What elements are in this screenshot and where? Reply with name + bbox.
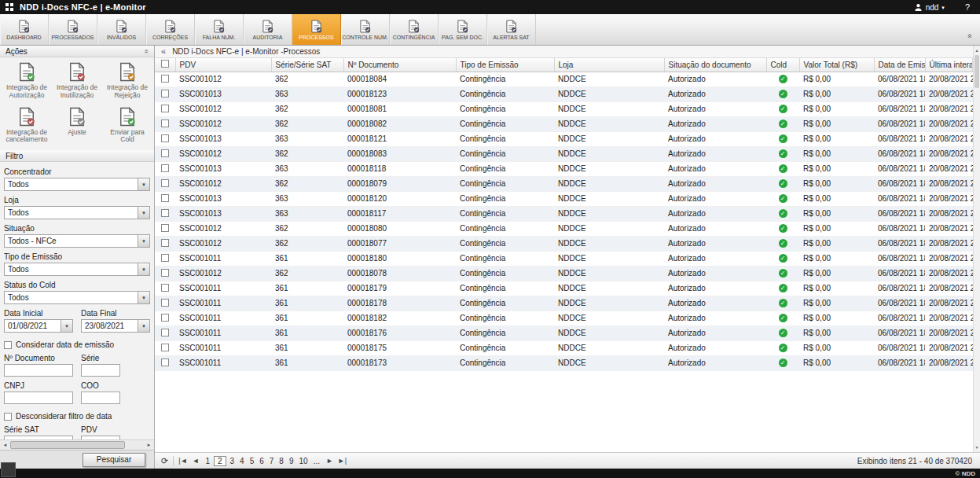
collapse-sidebar-icon[interactable]: « [161,47,166,56]
tab-auditoria[interactable]: AUDITORIA [244,14,292,45]
table-row[interactable]: SSC001013363000018121ContingênciaNDDCEAu… [155,131,973,146]
sidebar-horizontal-scrollbar[interactable]: ◄ ► [0,439,154,450]
table-row[interactable]: SSC001012362000018082ContingênciaNDDCEAu… [155,116,973,131]
num-documento-input[interactable] [4,364,73,377]
column-header-loja[interactable]: Loja [554,58,664,72]
scroll-down-icon[interactable]: ▼ [974,443,980,451]
row-checkbox[interactable] [161,90,169,97]
scroll-right-icon[interactable]: ► [144,440,154,450]
scroll-left-icon[interactable]: ◄ [0,440,10,450]
tab-dashboard[interactable]: DASHBOARD [0,14,49,45]
prev-page-icon[interactable]: ◄ [192,458,199,465]
page-7[interactable]: 7 [268,457,276,465]
column-header-cold[interactable]: Cold [766,58,799,72]
tab-invalidos[interactable]: INVÁLIDOS [97,14,146,45]
action-integracao-de-autorizacao[interactable]: Integração de Autorização [2,62,52,100]
select-all-checkbox[interactable] [161,60,169,68]
column-header-situacao-do-documento[interactable]: Situação do documento [664,58,766,72]
row-checkbox[interactable] [161,329,169,336]
considerar-data-emissao-checkbox[interactable] [4,341,12,349]
table-row[interactable]: SSC001012362000018077ContingênciaNDDCEAu… [155,236,973,251]
tipo-emissao-select[interactable]: Todos ▼ [4,263,150,276]
table-row[interactable]: SSC001013363000018123ContingênciaNDDCEAu… [155,86,973,101]
column-header-data-de-emissao[interactable]: Data de Emissão [874,58,925,72]
table-row[interactable]: SSC001011361000018173ContingênciaNDDCEAu… [155,355,973,370]
row-checkbox[interactable] [161,149,169,157]
table-row[interactable]: SSC001011361000018175ContingênciaNDDCEAu… [155,340,973,355]
table-row[interactable]: SSC001012362000018081ContingênciaNDDCEAu… [155,101,973,116]
row-checkbox[interactable] [161,164,169,172]
table-row[interactable]: SSC001011361000018180ContingênciaNDDCEAu… [155,251,973,266]
table-row[interactable]: SSC001012362000018084ContingênciaNDDCEAu… [155,72,973,86]
concentrador-select[interactable]: Todos ▼ [4,178,150,191]
help-icon[interactable]: ? [965,2,970,12]
next-page-icon[interactable]: ► [326,458,333,465]
action-enviar-para-cold[interactable]: Enviar para Cold [102,107,152,145]
tab-contingencia[interactable]: CONTINGÊNCIA [390,14,439,45]
refresh-icon[interactable]: ⟳ [161,457,168,465]
page-10[interactable]: 10 [297,457,309,465]
tab-pag-sem-doc[interactable]: PAG. SEM DOC. [439,14,487,45]
collapse-actions-icon[interactable]: » [143,49,150,53]
page-6[interactable]: 6 [258,457,266,465]
table-row[interactable]: SSC001011361000018178ContingênciaNDDCEAu… [155,296,973,311]
row-checkbox[interactable] [161,194,169,202]
scrollbar-thumb[interactable] [974,55,979,88]
table-row[interactable]: SSC001012362000018078ContingênciaNDDCEAu… [155,266,973,281]
action-integracao-de-rejeicao[interactable]: Integração de Rejeição [102,62,152,100]
column-header-n-documento[interactable]: Nº Documento [343,58,456,72]
page-3[interactable]: 3 [229,457,237,465]
page-2[interactable]: 2 [214,456,226,466]
column-header-tipo-de-emissao[interactable]: Tipo de Emissão [456,58,554,72]
row-checkbox[interactable] [161,284,169,292]
table-vertical-scrollbar[interactable]: ▲ ▼ [973,46,980,452]
desconsiderar-filtro-checkbox[interactable] [4,413,12,421]
scrollbar-thumb[interactable] [10,441,125,449]
row-checkbox[interactable] [161,239,169,247]
column-header-serie-serie-sat[interactable]: Série/Série SAT [271,58,343,72]
table-row[interactable]: SSC001011361000018179ContingênciaNDDCEAu… [155,281,973,296]
user-menu[interactable]: ndd ▾ [914,3,945,12]
page-8[interactable]: 8 [277,457,285,465]
row-checkbox[interactable] [161,254,169,262]
last-page-icon[interactable]: ►| [338,458,347,465]
table-row[interactable]: SSC001012362000018079ContingênciaNDDCEAu… [155,176,973,191]
tab-controle-num[interactable]: CONTROLE NUM. [341,14,390,45]
situacao-select[interactable]: Todos - NFCe ▼ [4,234,150,248]
row-checkbox[interactable] [161,209,169,217]
row-checkbox[interactable] [161,120,169,127]
row-checkbox[interactable] [161,299,169,307]
table-row[interactable]: SSC001012362000018080ContingênciaNDDCEAu… [155,221,973,236]
scroll-up-icon[interactable]: ▲ [974,46,980,54]
collapse-ribbon-icon[interactable]: » [966,34,974,39]
page-9[interactable]: 9 [288,457,295,465]
column-header-ultima-interacao[interactable]: Última interação [925,58,973,72]
coo-input[interactable] [81,392,120,404]
action-ajuste[interactable]: Ajuste [52,107,102,145]
action-integracao-de-inutilizacao[interactable]: Integração de Inutilização [52,62,102,100]
row-checkbox[interactable] [161,314,169,322]
row-checkbox[interactable] [161,358,169,366]
row-checkbox[interactable] [161,179,169,187]
page-1[interactable]: 1 [204,457,211,465]
page-4[interactable]: 4 [238,457,246,465]
app-grid-icon[interactable] [6,3,13,11]
tab-alertas-sat[interactable]: ALERTAS SAT [487,14,536,45]
row-checkbox[interactable] [161,269,169,277]
tab-processos[interactable]: PROCESSOS [292,14,341,45]
table-row[interactable]: SSC001013363000018120ContingênciaNDDCEAu… [155,191,973,206]
row-checkbox[interactable] [161,344,169,351]
page-[interactable]: ... [312,457,321,465]
tab-correcoes[interactable]: CORREÇÕES [146,14,195,45]
first-page-icon[interactable]: |◄ [178,458,187,465]
data-inicial-picker[interactable]: 01/08/2021 ▼ [4,319,73,333]
column-header-pdv[interactable]: PDV [175,58,271,72]
table-row[interactable]: SSC001011361000018176ContingênciaNDDCEAu… [155,325,973,340]
pesquisar-button[interactable]: Pesquisar [83,453,145,467]
tab-processados[interactable]: PROCESSADOS [49,14,97,45]
select-all-header[interactable] [155,58,175,72]
row-checkbox[interactable] [161,224,169,232]
page-5[interactable]: 5 [248,457,256,465]
table-row[interactable]: SSC001013363000018117ContingênciaNDDCEAu… [155,206,973,221]
table-row[interactable]: SSC001012362000018083ContingênciaNDDCEAu… [155,146,973,161]
